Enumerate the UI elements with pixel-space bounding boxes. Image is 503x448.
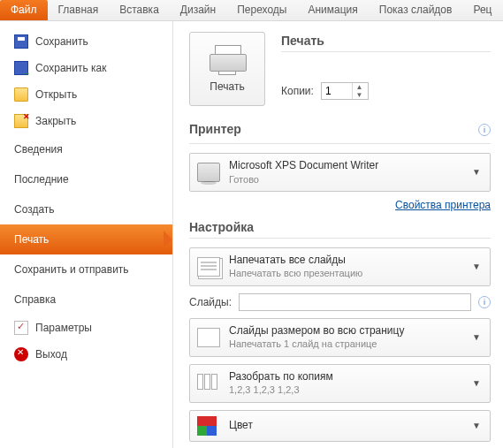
- spinner-down-icon[interactable]: ▼: [353, 91, 366, 99]
- print-heading: Печать: [281, 34, 491, 48]
- options-icon: [14, 321, 28, 335]
- nav-exit[interactable]: Выход: [0, 341, 172, 368]
- dd-sub: 1,2,3 1,2,3 1,2,3: [229, 383, 461, 396]
- printer-device-icon: [197, 163, 220, 182]
- printer-heading: Принтер: [189, 122, 241, 136]
- nav-label: Закрыть: [35, 115, 76, 127]
- nav-label: Сохранить как: [35, 62, 106, 74]
- print-button[interactable]: Печать: [189, 32, 265, 106]
- nav-help[interactable]: Справка: [0, 285, 172, 315]
- all-slides-icon: [197, 257, 220, 277]
- nav-label: Печать: [14, 233, 49, 246]
- tab-insert[interactable]: Вставка: [109, 0, 170, 20]
- printer-name: Microsoft XPS Document Writer: [229, 159, 461, 173]
- nav-save[interactable]: Сохранить: [0, 28, 172, 55]
- printer-selector[interactable]: Microsoft XPS Document Writer Готово ▼: [189, 153, 491, 192]
- tab-transitions[interactable]: Переходы: [226, 0, 297, 20]
- full-page-slide-icon: [197, 328, 220, 347]
- chevron-down-icon: ▼: [470, 167, 483, 177]
- dd-title: Напечатать все слайды: [229, 254, 461, 268]
- copies-input[interactable]: [322, 85, 352, 97]
- nav-save-as[interactable]: Сохранить как: [0, 55, 172, 81]
- chevron-down-icon: ▼: [470, 421, 483, 430]
- tab-design[interactable]: Дизайн: [170, 0, 226, 20]
- dd-sub: Напечатать 1 слайд на странице: [229, 338, 461, 350]
- printer-status: Готово: [229, 173, 461, 186]
- nav-print[interactable]: Печать: [0, 224, 172, 254]
- separator: [189, 143, 491, 144]
- nav-close[interactable]: Закрыть: [0, 108, 172, 134]
- dd-sub: Напечатать всю презентацию: [229, 267, 461, 279]
- backstage-nav: Сохранить Сохранить как Открыть Закрыть …: [0, 21, 173, 448]
- slides-range-label: Слайды:: [189, 296, 232, 308]
- separator: [281, 51, 491, 52]
- nav-label: Сведения: [14, 143, 63, 156]
- dd-title: Разобрать по копиям: [229, 370, 461, 384]
- color-swatch-icon: [197, 416, 220, 436]
- settings-collate[interactable]: Разобрать по копиям 1,2,3 1,2,3 1,2,3 ▼: [189, 364, 491, 403]
- nav-share[interactable]: Сохранить и отправить: [0, 254, 172, 285]
- printer-properties-link[interactable]: Свойства принтера: [395, 199, 491, 211]
- nav-label: Открыть: [35, 88, 77, 101]
- slides-range-input[interactable]: [239, 293, 471, 311]
- info-icon[interactable]: i: [478, 296, 491, 308]
- tab-home[interactable]: Главная: [48, 0, 110, 20]
- collate-icon: [197, 374, 220, 393]
- copies-label: Копии:: [281, 85, 314, 97]
- tab-file[interactable]: Файл: [0, 0, 48, 20]
- settings-heading: Настройка: [189, 220, 491, 234]
- dd-title: Слайды размером во всю страницу: [229, 324, 461, 338]
- tab-slideshow[interactable]: Показ слайдов: [369, 0, 463, 20]
- settings-print-what[interactable]: Напечатать все слайды Напечатать всю пре…: [189, 247, 491, 286]
- ribbon-tabs: Файл Главная Вставка Дизайн Переходы Ани…: [0, 0, 503, 21]
- settings-layout[interactable]: Слайды размером во всю страницу Напечата…: [189, 318, 491, 357]
- nav-info[interactable]: Сведения: [0, 134, 172, 164]
- spinner-up-icon[interactable]: ▲: [353, 83, 366, 91]
- nav-label: Создать: [14, 203, 55, 216]
- settings-color[interactable]: Цвет ▼: [189, 410, 491, 442]
- tab-animation[interactable]: Анимация: [297, 0, 368, 20]
- nav-label: Справка: [14, 293, 56, 306]
- exit-icon: [14, 347, 28, 361]
- nav-new[interactable]: Создать: [0, 194, 172, 224]
- chevron-down-icon: ▼: [470, 378, 483, 388]
- nav-label: Последние: [14, 173, 69, 186]
- chevron-down-icon: ▼: [470, 262, 483, 271]
- info-icon[interactable]: i: [478, 124, 491, 136]
- nav-options[interactable]: Параметры: [0, 315, 172, 341]
- tab-review[interactable]: Рец: [462, 0, 502, 20]
- printer-icon: [210, 45, 245, 75]
- chevron-down-icon: ▼: [470, 332, 483, 342]
- separator: [189, 238, 491, 239]
- dd-title: Цвет: [229, 419, 461, 433]
- folder-close-icon: [14, 114, 28, 128]
- nav-recent[interactable]: Последние: [0, 164, 172, 194]
- nav-label: Сохранить и отправить: [14, 263, 129, 276]
- folder-open-icon: [14, 87, 28, 102]
- print-button-label: Печать: [210, 80, 244, 93]
- nav-label: Сохранить: [35, 35, 88, 48]
- backstage-content: Печать Печать Копии: ▲ ▼ При: [173, 21, 503, 448]
- copies-spinner[interactable]: ▲ ▼: [321, 82, 369, 100]
- save-icon: [14, 34, 28, 49]
- nav-label: Выход: [35, 348, 67, 361]
- nav-label: Параметры: [35, 322, 92, 334]
- nav-open[interactable]: Открыть: [0, 81, 172, 108]
- save-as-icon: [14, 61, 28, 75]
